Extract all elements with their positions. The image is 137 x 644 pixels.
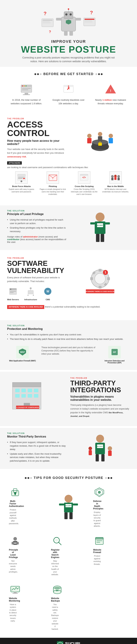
solution-list: Using the minimal set of privileges requ… (7, 218, 67, 234)
third-party-desc: Third-party integrations (i.e plugins) h… (70, 403, 130, 418)
backups-title: Website Backups (51, 597, 59, 602)
dot (34, 73, 36, 75)
infrastructure-label: Infrastructure (24, 298, 37, 300)
dot (98, 73, 100, 75)
svg-rect-41 (87, 138, 92, 143)
svg-point-8 (68, 8, 69, 10)
least-priv-icon (9, 535, 22, 547)
brute-force-title: Brute Force Attacks (7, 185, 36, 188)
svg-rect-51 (23, 178, 25, 179)
svg-rect-126 (108, 450, 112, 456)
svg-point-25 (24, 86, 25, 86)
access-subtitle: How many people have access to your webs… (7, 139, 67, 146)
solution-title: Principle of Least Privilege (7, 212, 67, 216)
svg-point-78 (10, 289, 11, 290)
svg-rect-9 (64, 31, 68, 36)
svg-point-87 (33, 295, 34, 296)
before-section: BEFORE WE GET STARTED (0, 67, 137, 112)
dot (37, 73, 39, 75)
protection-row: WAF Web Application Firewall (WAF) These… (7, 344, 130, 366)
svg-text:SECURITY: SECURITY (96, 446, 104, 447)
solution-item-2: Granting these privileges only for the t… (7, 226, 67, 234)
svg-rect-20 (84, 20, 92, 21)
access-problem-label: THE PROBLEM (7, 118, 67, 120)
svg-point-151 (55, 539, 58, 542)
monitor-solution: THE SOLUTION Monitor Third-Party Service… (0, 428, 137, 469)
protection-solution-label: THE SOLUTION (7, 325, 130, 327)
third-party-left: A CHANCE OF COMPROMISE (7, 377, 67, 421)
backups-icon: BK (51, 583, 64, 596)
svg-text:BK: BK (56, 590, 59, 592)
svg-text:A CHANCE OF COMPROMISE: A CHANCE OF COMPROMISE (16, 406, 39, 408)
cms-icon: W (42, 286, 53, 297)
least-privilege-left: THE SOLUTION Principle of Least Privileg… (7, 210, 67, 246)
idp-icon: IDP (108, 346, 121, 358)
xss-title: Cross-Site Scripting (70, 185, 99, 188)
least-priv-title: Principle of Least Privilege (9, 548, 17, 558)
svg-rect-17 (43, 21, 50, 22)
attack-grid: Brute Force Attacks Exploit users with e… (7, 171, 130, 196)
software-content: THE PROBLEM SOFTWARE VULNERABILITY Every… (7, 257, 130, 304)
monitor-item-1: If they have poor support, infrequent up… (7, 440, 67, 452)
hero-improve: IMPROVE YOUR (4, 39, 134, 44)
security-figure-svg: SECURITY (87, 210, 114, 246)
search-engines-icon (51, 535, 64, 547)
svg-rect-72 (96, 234, 100, 242)
footer-logo-text: SUCURI (65, 641, 80, 644)
before-item-google: ✗ Google routinely blacklists over 10k w… (49, 80, 88, 107)
third-party-subtitle: Vulnerabilities in plugins means vulnera… (70, 395, 130, 402)
svg-rect-30 (23, 94, 30, 95)
malware-icon: ! (104, 82, 118, 96)
role-text: Assign roles of administrator (more acce… (7, 235, 67, 243)
svg-line-150 (58, 542, 61, 545)
mitm-title: Man in the Middle (101, 185, 130, 188)
svg-rect-95 (107, 277, 110, 280)
svg-point-44 (109, 134, 113, 138)
dot (28, 477, 29, 479)
monitor-solution-list: If they have poor support, infrequent up… (7, 440, 67, 463)
svg-rect-132 (15, 494, 16, 495)
svg-rect-157 (14, 592, 16, 593)
svg-rect-123 (96, 454, 99, 462)
svg-rect-49 (18, 177, 25, 178)
attack-brute-force: Brute Force Attacks Exploit users with e… (7, 171, 36, 196)
svg-point-162 (54, 586, 60, 590)
backups-desc: You need a safety net. Backups restore y… (51, 603, 59, 631)
monitoring-title: Website Monitoring (9, 597, 17, 602)
protection-solution-title: Protection and Monitoring (7, 327, 130, 330)
attackers-badge: ATTACKERS (7, 161, 22, 164)
code-badge: ANYWHERE THERE IS CODE INVOLVED (7, 305, 44, 309)
svg-point-127 (88, 447, 92, 450)
tips-center-illustration: SECURITY (49, 484, 88, 529)
software-desc: Every piece of software that powers your… (7, 276, 67, 283)
xss-icon: </> (78, 171, 90, 184)
svg-rect-48 (18, 174, 26, 176)
svg-point-40 (87, 134, 92, 138)
tip-least-priv: Principle of Least Privilege Not everyon… (7, 533, 19, 578)
monitor-right: SECURITY (70, 432, 130, 464)
attackers-text: are looking to steal username and passwo… (7, 166, 130, 169)
monitor-left: THE SOLUTION Monitor Third-Party Service… (7, 432, 67, 464)
tip-firewall: Website Firewall Protect against evolvin… (91, 533, 103, 578)
svg-rect-110 (28, 389, 32, 392)
waf-icon: WAF (16, 346, 29, 358)
hero-robot-svg: ? ? ? (38, 8, 99, 38)
svg-rect-10 (70, 31, 73, 36)
svg-text:SECURITY: SECURITY (65, 505, 72, 506)
dot (110, 477, 112, 479)
monitor-security-figure: SECURITY (87, 432, 114, 464)
svg-rect-27 (22, 88, 31, 89)
svg-rect-120 (95, 443, 105, 454)
svg-rect-92 (99, 269, 102, 272)
svg-rect-137 (64, 512, 68, 519)
svg-rect-73 (100, 234, 104, 242)
solution-item-1: Using the minimal set of privileges requ… (7, 218, 67, 226)
waf-box: WAF Web Application Firewall (WAF) (7, 344, 38, 366)
svg-point-144 (14, 537, 17, 540)
dot-group-left (34, 73, 42, 75)
svg-rect-94 (90, 277, 93, 280)
software-right: 1 ANYWHERE THERE IS CODE INVOLVED (70, 257, 130, 304)
brute-force-icon (15, 171, 28, 184)
sucuri-logo-icon: S (57, 641, 63, 644)
xss-desc: Cross-Site Scripting (XSS) intercepts us… (70, 188, 99, 196)
